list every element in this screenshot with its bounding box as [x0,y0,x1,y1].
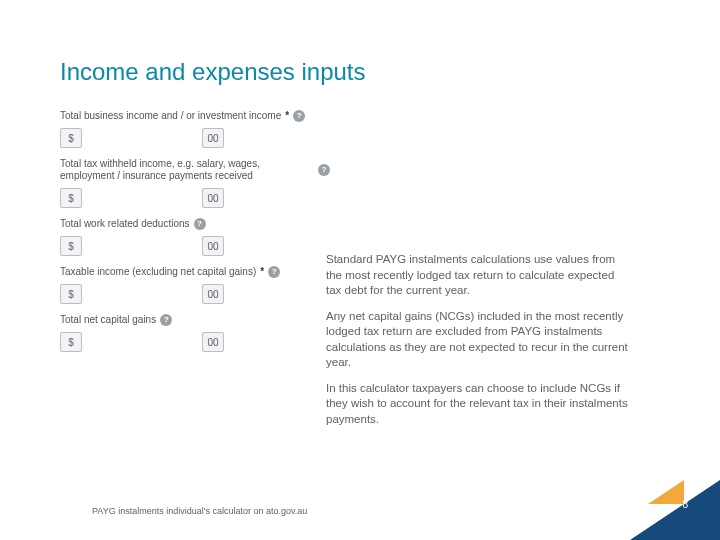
input-pair: $00 [60,188,330,208]
slide: Income and expenses inputs Total busines… [0,0,720,540]
explanatory-text: Standard PAYG instalments calculations u… [326,252,628,437]
help-icon[interactable]: ? [194,218,206,230]
page-title: Income and expenses inputs [60,58,366,86]
input-pair: $00 [60,332,330,352]
field-label: Total business income and / or investmen… [60,110,330,122]
field-row-3: Taxable income (excluding net capital ga… [60,266,330,304]
page-number: 8 [682,499,688,510]
help-icon[interactable]: ? [318,164,330,176]
field-row-4: Total net capital gains?$00 [60,314,330,352]
field-label: Total tax withheld income, e.g. salary, … [60,158,330,182]
paragraph-1: Standard PAYG instalments calculations u… [326,252,628,299]
corner-shape-accent [648,480,684,504]
field-row-1: Total tax withheld income, e.g. salary, … [60,158,330,208]
field-label-text: Total business income and / or investmen… [60,110,281,122]
required-marker: * [260,266,264,278]
cents-suffix: 00 [202,332,224,352]
cents-suffix: 00 [202,236,224,256]
paragraph-2: Any net capital gains (NCGs) included in… [326,309,628,371]
field-label-text: Total tax withheld income, e.g. salary, … [60,158,314,182]
form-area: Total business income and / or investmen… [60,110,330,362]
cents-suffix: 00 [202,284,224,304]
field-label: Taxable income (excluding net capital ga… [60,266,330,278]
currency-prefix: $ [60,236,82,256]
currency-prefix: $ [60,284,82,304]
paragraph-3: In this calculator taxpayers can choose … [326,381,628,428]
help-icon[interactable]: ? [268,266,280,278]
currency-prefix: $ [60,128,82,148]
currency-prefix: $ [60,188,82,208]
input-pair: $00 [60,284,330,304]
field-label: Total net capital gains? [60,314,330,326]
cents-suffix: 00 [202,128,224,148]
field-label-text: Total work related deductions [60,218,190,230]
field-label: Total work related deductions? [60,218,330,230]
required-marker: * [285,110,289,122]
input-pair: $00 [60,128,330,148]
help-icon[interactable]: ? [293,110,305,122]
currency-prefix: $ [60,332,82,352]
input-pair: $00 [60,236,330,256]
footer-text: PAYG instalments individual's calculator… [92,506,307,516]
field-label-text: Total net capital gains [60,314,156,326]
help-icon[interactable]: ? [160,314,172,326]
cents-suffix: 00 [202,188,224,208]
field-row-2: Total work related deductions?$00 [60,218,330,256]
field-label-text: Taxable income (excluding net capital ga… [60,266,256,278]
field-row-0: Total business income and / or investmen… [60,110,330,148]
